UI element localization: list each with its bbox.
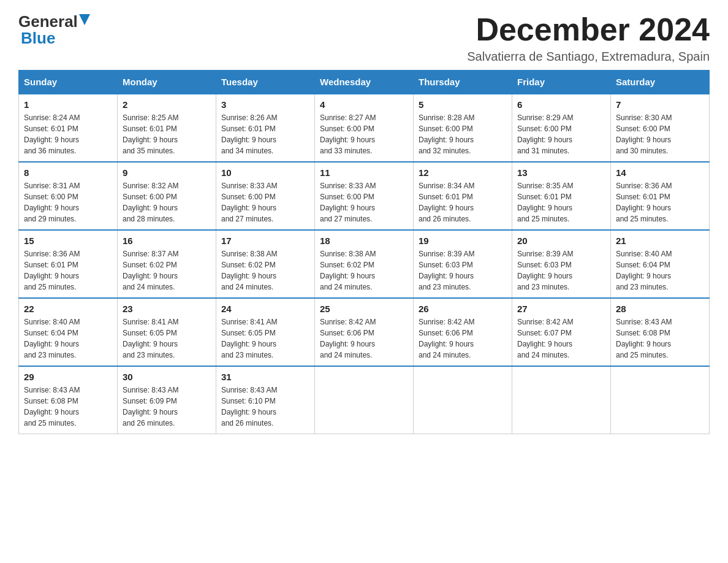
day-number: 3 [221, 99, 309, 110]
calendar-week-row: 1 Sunrise: 8:24 AM Sunset: 6:01 PM Dayli… [19, 94, 710, 162]
logo: General Blue [18, 12, 90, 48]
sunrise-label: Sunrise: 8:34 AM [419, 182, 474, 190]
day-number: 21 [616, 236, 704, 246]
calendar-week-row: 15 Sunrise: 8:36 AM Sunset: 6:01 PM Dayl… [19, 230, 710, 298]
daylight-minutes: and 28 minutes. [123, 215, 175, 223]
day-number: 29 [24, 372, 112, 382]
day-info: Sunrise: 8:41 AM Sunset: 6:05 PM Dayligh… [221, 316, 309, 361]
day-info: Sunrise: 8:43 AM Sunset: 6:09 PM Dayligh… [123, 385, 211, 429]
daylight-label: Daylight: 9 hours [517, 340, 572, 348]
daylight-label: Daylight: 9 hours [24, 204, 79, 212]
sunrise-label: Sunrise: 8:36 AM [616, 182, 672, 190]
sunset-label: Sunset: 6:07 PM [517, 329, 572, 337]
daylight-label: Daylight: 9 hours [320, 136, 375, 144]
daylight-label: Daylight: 9 hours [221, 136, 276, 144]
sunrise-label: Sunrise: 8:43 AM [616, 318, 672, 326]
sunrise-label: Sunrise: 8:35 AM [517, 182, 573, 190]
location-title: Salvatierra de Santiago, Extremadura, Sp… [467, 50, 710, 64]
day-number: 1 [24, 99, 112, 110]
calendar-cell: 16 Sunrise: 8:37 AM Sunset: 6:02 PM Dayl… [118, 230, 216, 298]
sunrise-label: Sunrise: 8:38 AM [320, 250, 376, 258]
day-info: Sunrise: 8:33 AM Sunset: 6:00 PM Dayligh… [221, 180, 309, 224]
calendar-cell: 18 Sunrise: 8:38 AM Sunset: 6:02 PM Dayl… [315, 230, 414, 298]
daylight-label: Daylight: 9 hours [24, 136, 79, 144]
sunset-label: Sunset: 6:06 PM [320, 329, 374, 337]
daylight-minutes: and 23 minutes. [221, 351, 273, 359]
calendar-cell [315, 366, 414, 434]
daylight-minutes: and 25 minutes. [24, 283, 76, 291]
sunset-label: Sunset: 6:00 PM [517, 124, 572, 133]
day-info: Sunrise: 8:42 AM Sunset: 6:07 PM Dayligh… [517, 316, 605, 361]
sunset-label: Sunset: 6:00 PM [24, 193, 78, 201]
month-title: December 2024 [467, 12, 710, 47]
calendar-cell: 4 Sunrise: 8:27 AM Sunset: 6:00 PM Dayli… [315, 94, 414, 162]
daylight-minutes: and 23 minutes. [419, 283, 471, 291]
sunrise-label: Sunrise: 8:42 AM [517, 318, 573, 326]
day-number: 19 [419, 236, 507, 246]
daylight-label: Daylight: 9 hours [221, 204, 276, 212]
day-info: Sunrise: 8:40 AM Sunset: 6:04 PM Dayligh… [24, 316, 112, 361]
daylight-label: Daylight: 9 hours [320, 272, 375, 280]
daylight-minutes: and 24 minutes. [320, 351, 372, 359]
daylight-minutes: and 23 minutes. [517, 283, 569, 291]
day-info: Sunrise: 8:39 AM Sunset: 6:03 PM Dayligh… [517, 248, 605, 293]
sunset-label: Sunset: 6:09 PM [123, 397, 177, 405]
day-number: 27 [517, 304, 605, 314]
sunrise-label: Sunrise: 8:30 AM [616, 113, 672, 122]
sunrise-label: Sunrise: 8:24 AM [24, 113, 80, 122]
daylight-label: Daylight: 9 hours [517, 136, 572, 144]
day-number: 9 [123, 167, 211, 178]
day-number: 5 [419, 99, 507, 110]
daylight-label: Daylight: 9 hours [320, 204, 375, 212]
daylight-label: Daylight: 9 hours [616, 272, 671, 280]
day-info: Sunrise: 8:40 AM Sunset: 6:04 PM Dayligh… [616, 248, 704, 293]
sunset-label: Sunset: 6:10 PM [221, 397, 276, 405]
day-info: Sunrise: 8:35 AM Sunset: 6:01 PM Dayligh… [517, 180, 605, 224]
sunset-label: Sunset: 6:00 PM [221, 193, 276, 201]
column-header-wednesday: Wednesday [315, 71, 414, 94]
sunset-label: Sunset: 6:04 PM [616, 261, 670, 269]
sunset-label: Sunset: 6:02 PM [221, 261, 276, 269]
sunrise-label: Sunrise: 8:43 AM [24, 386, 80, 394]
day-number: 18 [320, 236, 408, 246]
daylight-label: Daylight: 9 hours [221, 408, 276, 416]
logo-triangle-icon [79, 14, 90, 25]
sunrise-label: Sunrise: 8:33 AM [320, 182, 376, 190]
daylight-minutes: and 24 minutes. [419, 351, 471, 359]
day-info: Sunrise: 8:43 AM Sunset: 6:10 PM Dayligh… [221, 385, 309, 429]
sunrise-label: Sunrise: 8:43 AM [123, 386, 178, 394]
sunrise-label: Sunrise: 8:33 AM [221, 182, 277, 190]
daylight-minutes: and 25 minutes. [517, 215, 569, 223]
day-info: Sunrise: 8:34 AM Sunset: 6:01 PM Dayligh… [419, 180, 507, 224]
sunrise-label: Sunrise: 8:25 AM [123, 113, 178, 122]
day-info: Sunrise: 8:43 AM Sunset: 6:08 PM Dayligh… [24, 385, 112, 429]
calendar-week-row: 22 Sunrise: 8:40 AM Sunset: 6:04 PM Dayl… [19, 298, 710, 366]
calendar-header-row: SundayMondayTuesdayWednesdayThursdayFrid… [19, 71, 710, 94]
calendar-table: SundayMondayTuesdayWednesdayThursdayFrid… [18, 70, 710, 434]
page-header: General Blue December 2024 Salvatierra d… [18, 12, 710, 64]
column-header-saturday: Saturday [611, 71, 710, 94]
calendar-cell: 28 Sunrise: 8:43 AM Sunset: 6:08 PM Dayl… [611, 298, 710, 366]
day-info: Sunrise: 8:29 AM Sunset: 6:00 PM Dayligh… [517, 112, 605, 156]
day-info: Sunrise: 8:25 AM Sunset: 6:01 PM Dayligh… [123, 112, 211, 156]
day-info: Sunrise: 8:39 AM Sunset: 6:03 PM Dayligh… [419, 248, 507, 293]
sunset-label: Sunset: 6:00 PM [320, 124, 374, 133]
daylight-minutes: and 34 minutes. [221, 147, 273, 155]
day-number: 23 [123, 304, 211, 314]
day-number: 8 [24, 167, 112, 178]
sunset-label: Sunset: 6:01 PM [616, 193, 670, 201]
daylight-label: Daylight: 9 hours [320, 340, 375, 348]
daylight-minutes: and 26 minutes. [419, 215, 471, 223]
sunrise-label: Sunrise: 8:42 AM [419, 318, 474, 326]
sunset-label: Sunset: 6:03 PM [517, 261, 572, 269]
daylight-minutes: and 24 minutes. [221, 283, 273, 291]
day-info: Sunrise: 8:42 AM Sunset: 6:06 PM Dayligh… [320, 316, 408, 361]
sunset-label: Sunset: 6:00 PM [320, 193, 374, 201]
day-info: Sunrise: 8:38 AM Sunset: 6:02 PM Dayligh… [221, 248, 309, 293]
calendar-cell: 1 Sunrise: 8:24 AM Sunset: 6:01 PM Dayli… [19, 94, 118, 162]
calendar-cell [512, 366, 611, 434]
sunset-label: Sunset: 6:08 PM [24, 397, 78, 405]
calendar-cell: 20 Sunrise: 8:39 AM Sunset: 6:03 PM Dayl… [512, 230, 611, 298]
daylight-label: Daylight: 9 hours [419, 272, 474, 280]
day-number: 6 [517, 99, 605, 110]
